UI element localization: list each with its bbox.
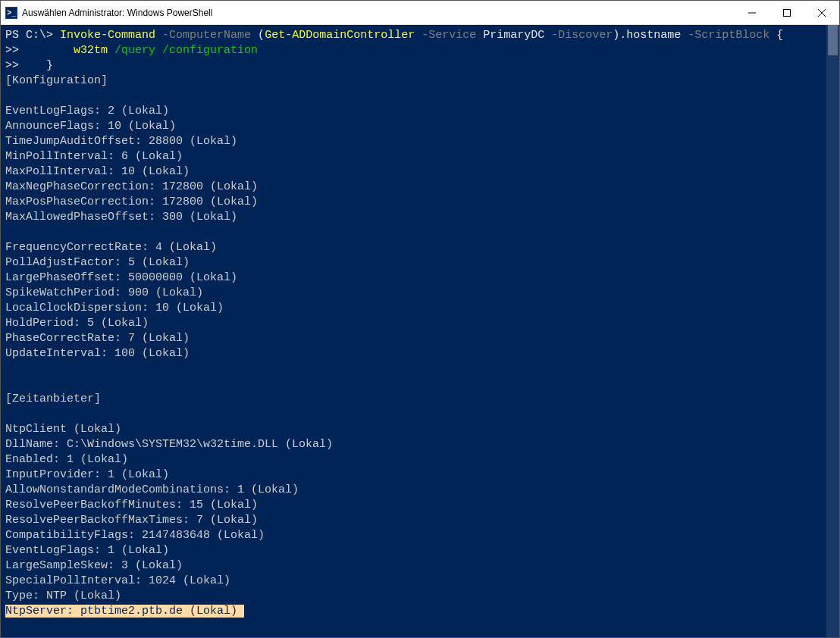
output-line: [Zeitanbieter] [5, 392, 826, 407]
window-title: Auswählen Administrator: Windows PowerSh… [22, 8, 735, 18]
output-line: [Konfiguration] [5, 73, 826, 89]
output-line: AllowNonstandardModeCombinations: 1 (Lok… [5, 483, 826, 498]
output-line: MaxPosPhaseCorrection: 172800 (Lokal) [5, 195, 826, 210]
command-line-1: PS C:\> Invoke-Command -ComputerName (Ge… [5, 28, 826, 43]
output-line: FrequencyCorrectRate: 4 (Lokal) [5, 240, 826, 255]
output-line: LargeSampleSkew: 3 (Lokal) [5, 558, 826, 574]
output-line: LargePhaseOffset: 50000000 (Lokal) [5, 271, 826, 286]
output-line [5, 89, 826, 104]
output-line: PhaseCorrectRate: 7 (Lokal) [5, 331, 826, 346]
output-line [5, 225, 826, 240]
output-line: EventLogFlags: 1 (Lokal) [5, 543, 826, 558]
output-line: SpikeWatchPeriod: 900 (Lokal) [5, 286, 826, 301]
close-button[interactable] [804, 1, 839, 24]
output-line: MaxAllowedPhaseOffset: 300 (Lokal) [5, 210, 826, 225]
powershell-icon: >_ [5, 7, 17, 19]
maximize-button[interactable] [769, 1, 804, 24]
output-line: DllName: C:\Windows\SYSTEM32\w32time.DLL… [5, 437, 826, 452]
output-line: HoldPeriod: 5 (Lokal) [5, 316, 826, 331]
svg-rect-0 [784, 9, 791, 16]
vertical-scrollbar[interactable] [826, 25, 839, 637]
output-line: CompatibilityFlags: 2147483648 (Lokal) [5, 528, 826, 543]
output-line: Enabled: 1 (Lokal) [5, 452, 826, 468]
output-line: InputProvider: 1 (Lokal) [5, 468, 826, 483]
terminal-area: PS C:\> Invoke-Command -ComputerName (Ge… [1, 25, 839, 637]
output-line: UpdateInterval: 100 (Lokal) [5, 346, 826, 361]
output-line: MaxNegPhaseCorrection: 172800 (Lokal) [5, 180, 826, 195]
terminal-output[interactable]: PS C:\> Invoke-Command -ComputerName (Ge… [1, 25, 826, 637]
output-line: AnnounceFlags: 10 (Lokal) [5, 119, 826, 134]
output-line: MaxPollInterval: 10 (Lokal) [5, 164, 826, 180]
output-line: ResolvePeerBackoffMaxTimes: 7 (Lokal) [5, 513, 826, 528]
command-line-3: >> } [5, 58, 826, 73]
output-line: LocalClockDispersion: 10 (Lokal) [5, 301, 826, 316]
output-line [5, 407, 826, 422]
output-line: PollAdjustFactor: 5 (Lokal) [5, 255, 826, 271]
output-line: ResolvePeerBackoffMinutes: 15 (Lokal) [5, 498, 826, 513]
minimize-button[interactable] [735, 1, 769, 24]
output-line: EventLogFlags: 2 (Lokal) [5, 104, 826, 119]
titlebar[interactable]: >_ Auswählen Administrator: Windows Powe… [1, 1, 839, 25]
window-controls [735, 1, 839, 24]
output-line: SpecialPollInterval: 1024 (Lokal) [5, 574, 826, 589]
command-line-2: >> w32tm /query /configuration [5, 43, 826, 58]
output-line: TimeJumpAuditOffset: 28800 (Lokal) [5, 134, 826, 149]
selected-text[interactable]: NtpServer: ptbtime2.ptb.de (Lokal) [5, 605, 244, 618]
output-line: NtpClient (Lokal) [5, 422, 826, 437]
powershell-window: >_ Auswählen Administrator: Windows Powe… [0, 0, 840, 638]
output-line [5, 377, 826, 392]
output-line [5, 361, 826, 377]
scrollbar-thumb[interactable] [828, 25, 838, 55]
output-line: Type: NTP (Lokal) [5, 589, 826, 604]
output-line: MinPollInterval: 6 (Lokal) [5, 149, 826, 164]
output-highlighted-line: NtpServer: ptbtime2.ptb.de (Lokal) [5, 604, 826, 619]
